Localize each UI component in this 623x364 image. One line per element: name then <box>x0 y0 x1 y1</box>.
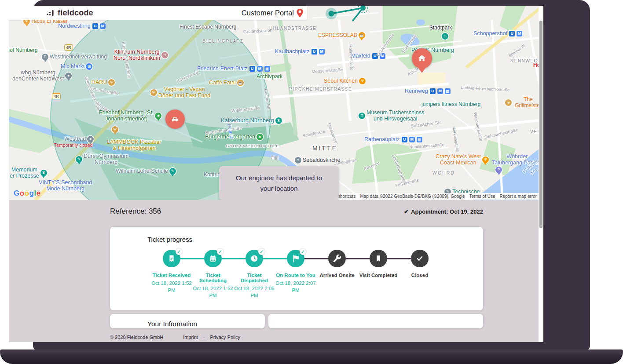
map-label: Schildgasse <box>302 129 325 138</box>
poi-marker-icon[interactable]: H <box>161 52 168 58</box>
your-information-card: Your Information <box>110 314 265 328</box>
poi-marker-icon[interactable]: ✎ <box>169 168 176 175</box>
progress-step-label-group: Closed <box>399 273 440 299</box>
poi-marker[interactable]: Ψ <box>112 126 118 133</box>
poi-marker-icon[interactable]: ⊞ <box>86 63 92 70</box>
map-label: Meuschelstraße <box>312 67 343 74</box>
step-check-badge-icon: ✓ <box>300 248 306 255</box>
map-label[interactable]: SchoppershofUM <box>473 30 522 36</box>
poi-marker[interactable]: P <box>495 167 502 173</box>
poi-marker-icon[interactable]: ✝ <box>295 157 301 164</box>
map-label[interactable]: RathenauplatzUM▥ <box>364 136 422 142</box>
poi-marker-icon[interactable]: Ψ <box>482 157 489 163</box>
scrollbar-thumb[interactable] <box>539 21 542 228</box>
transit-badge-m-icon: M <box>517 31 522 36</box>
map-canvas[interactable]: ΨTacos El KaiserNordwestringUMFinest Esc… <box>9 6 543 200</box>
poi-marker-icon[interactable]: Ψ <box>359 78 366 84</box>
poi-marker-icon[interactable]: Π <box>359 113 365 119</box>
map-label: Keßlerstraße <box>395 178 419 189</box>
top-bar: fieldcode Customer Portal <box>9 6 307 20</box>
map-label[interactable]: HARUΨ <box>92 79 115 86</box>
fieldcode-logo[interactable]: fieldcode <box>46 6 93 20</box>
poi-marker-icon[interactable]: Ψ <box>505 99 512 106</box>
reference-number: Reference: 356 <box>110 207 161 216</box>
map-label[interactable]: ESPRESSOLAB☕ <box>318 32 365 39</box>
poi-marker-icon[interactable]: ♨ <box>442 33 448 40</box>
privacy-policy-link[interactable]: Privacy Policy <box>210 335 240 340</box>
google-logo[interactable]: Google <box>14 189 41 198</box>
map-label[interactable]: ΨVegöner - Vegan Döner und Fast Food <box>150 86 210 99</box>
map-label[interactable]: Friedhof Nürnberg (St. Johannisfriedhof)… <box>99 109 161 122</box>
map-label[interactable]: Westbad● <box>64 136 94 142</box>
map-label[interactable]: ΠMuseum Tucherschloss und Hirsvogelsaal <box>359 109 424 122</box>
progress-step-label-group: Visit Completed <box>358 273 399 299</box>
map-label[interactable]: KaulbachplatzUM <box>275 48 325 55</box>
progress-stepper: ✓✓✓✓ <box>163 250 483 267</box>
poi-marker-icon[interactable]: Ψ <box>150 89 157 96</box>
map-label[interactable]: Memorium er Prozesse♜ <box>10 167 47 179</box>
map-label[interactable]: Crazy Nate's West Coast MexicanΨ <box>436 153 489 166</box>
page-footer: © 2020 Fieldcode GmbH Imprint - Privacy … <box>110 335 483 340</box>
poi-marker-icon[interactable]: Ψ <box>112 126 118 133</box>
step-connector <box>346 258 370 259</box>
step-date: Oct 18, 2022 1:52 PM <box>192 285 234 299</box>
progress-step-flag-icon: ✓ <box>287 250 304 267</box>
progress-step-check-icon <box>411 250 429 267</box>
progress-step-label-group: Ticket ReceivedOct 18, 2022 1:52 PM <box>151 273 192 299</box>
poi-marker[interactable]: ♨ <box>442 33 448 40</box>
report-map-error-link[interactable]: Report a map error <box>498 193 539 200</box>
map-label[interactable]: Kaiserburg Nürnberg♜ <box>221 117 282 124</box>
transit-badge-m-icon: M <box>437 88 443 94</box>
progress-step-clock-icon: ✓ <box>246 250 263 267</box>
map-label: Bucher Str. <box>263 88 272 111</box>
map-label: Kirchenweg <box>176 69 199 84</box>
map-label[interactable]: NordwestringUM <box>58 23 106 29</box>
destination-home-pin[interactable] <box>412 48 432 69</box>
map-label[interactable]: Seoul KitchenΨ <box>324 78 366 84</box>
map-label: jumpers fitness Nürnberg <box>421 102 480 108</box>
map-label: Füll <box>271 156 278 161</box>
map-label[interactable]: wbg Nürnberg denCenter NordWest● <box>12 69 72 82</box>
copyright-text: © 2020 Fieldcode GmbH <box>110 335 163 340</box>
transit-badge-u-icon: U <box>402 137 407 142</box>
lower-cards-row: Your Information <box>110 314 483 328</box>
progress-step-label-group: Ticket DispatchedOct 18, 2022 2:05 PM <box>234 273 275 299</box>
check-icon: ✔ <box>404 208 409 215</box>
poi-marker-icon[interactable]: ♣ <box>257 134 263 140</box>
your-information-title: Your Information <box>147 320 265 328</box>
poi-marker-icon[interactable]: ☕ <box>237 80 244 86</box>
scrollbar-track[interactable] <box>539 6 543 342</box>
poi-marker-icon[interactable]: Ψ <box>108 79 115 86</box>
map-label[interactable]: ΨThe Grillmeister <box>505 97 543 109</box>
map-label[interactable]: Caffé Fatal☕ <box>209 80 244 86</box>
poi-marker-icon[interactable]: ✎ <box>76 156 82 163</box>
poi-marker-icon[interactable]: ♜ <box>275 117 282 124</box>
map-label[interactable]: ✎Dürer-Gymnasium Nürnberg <box>76 153 128 166</box>
map-label[interactable]: Friedrich-Ebert-PlatzUM▥ <box>197 66 270 72</box>
poi-marker-icon[interactable]: ♜ <box>40 170 47 176</box>
location-pin-icon <box>296 8 304 18</box>
map-label[interactable]: ΠWestfriedhof Verwaltung <box>42 54 107 60</box>
fieldcode-logo-text: fieldcode <box>58 8 93 18</box>
map-label[interactable]: ✝Sebalduskirche <box>295 157 340 164</box>
poi-marker-icon[interactable]: ● <box>65 73 72 79</box>
transit-badge-m-icon: M <box>257 66 263 72</box>
map-label: Rosental <box>363 161 380 171</box>
map-label[interactable]: RennwegUM▥ <box>405 88 451 94</box>
poi-marker-icon[interactable]: Π <box>42 54 48 60</box>
terms-of-use-link[interactable]: Terms of Use <box>467 193 498 200</box>
poi-marker-icon[interactable]: P <box>495 167 502 173</box>
map-label: Wielandstraße <box>231 106 260 113</box>
map-label: Nunnenbeckstraße <box>409 142 445 149</box>
imprint-link[interactable]: Imprint <box>183 335 198 340</box>
map-label: Merkelsgasse <box>451 126 460 153</box>
poi-marker-icon[interactable]: ♣ <box>155 113 161 119</box>
poi-marker-icon[interactable]: ☕ <box>359 32 365 39</box>
device-base <box>0 349 623 364</box>
map-label[interactable]: Mix Markt⊞ <box>61 63 92 70</box>
step-label: On Route to You <box>275 273 316 278</box>
map-label[interactable]: Wilhelm-Löhe-Schule✎ <box>116 168 176 175</box>
poi-marker-icon[interactable]: ● <box>87 136 94 142</box>
step-label: Ticket Dispatched <box>234 273 275 283</box>
engineer-car-marker[interactable] <box>165 109 185 129</box>
